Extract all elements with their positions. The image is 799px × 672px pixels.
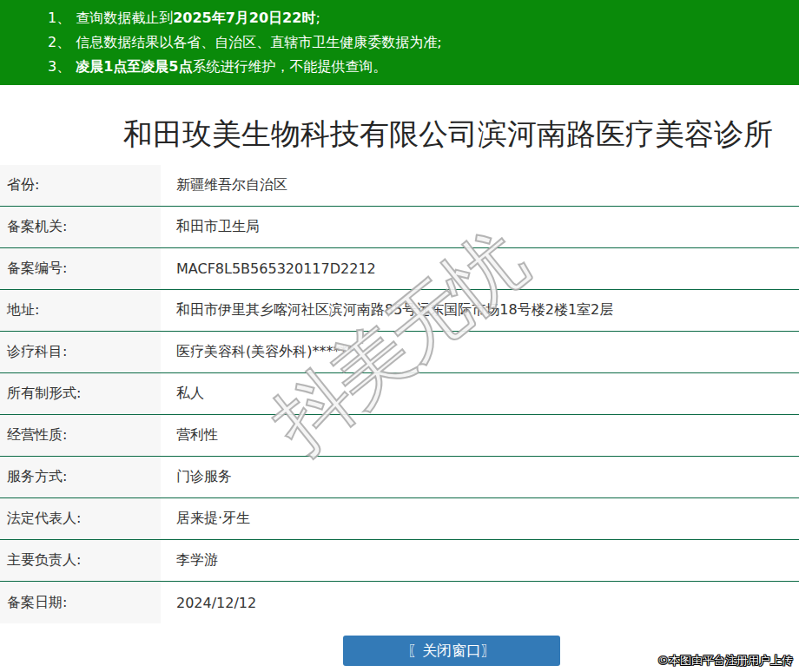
table-row-service-mode: 服务方式: 门诊服务: [0, 457, 799, 498]
table-row-ownership-form: 所有制形式: 私人: [0, 373, 799, 415]
row-label: 备案日期:: [0, 582, 161, 623]
notice-text: ;: [315, 10, 320, 26]
table-row-address: 地址: 和田市伊里其乡喀河社区滨河南路85号远东国际市场18号楼2楼1室2层: [0, 290, 799, 332]
row-label: 经营性质:: [0, 415, 161, 456]
row-label: 法定代表人:: [0, 498, 161, 539]
notice-text: 查询数据截止到: [76, 10, 173, 26]
table-row-operation-nature: 经营性质: 营利性: [0, 415, 799, 457]
table-row-registration-authority: 备案机关: 和田市卫生局: [0, 207, 799, 248]
notice-banner: 1、查询数据截止到2025年7月20日22时; 2、信息数据结果以各省、自治区、…: [0, 0, 799, 85]
notice-number: 2、: [48, 34, 70, 50]
close-window-button[interactable]: 〖关闭窗口〗: [343, 636, 560, 666]
table-row-legal-representative: 法定代表人: 居来提·牙生: [0, 498, 799, 540]
row-value: 和田市伊里其乡喀河社区滨河南路85号远东国际市场18号楼2楼1室2层: [161, 290, 799, 331]
notice-text: 系统进行维护，不能提供查询。: [192, 58, 386, 75]
row-value: 2024/12/12: [161, 582, 799, 623]
row-value: 门诊服务: [161, 457, 799, 497]
row-label: 省份:: [0, 165, 161, 206]
notice-line-3: 3、凌晨1点至凌晨5点系统进行维护，不能提供查询。: [48, 55, 790, 79]
row-value: MACF8L5B565320117D2212: [161, 248, 799, 289]
notice-line-2: 2、信息数据结果以各省、自治区、直辖市卫生健康委数据为准;: [48, 30, 790, 55]
notice-line-1: 1、查询数据截止到2025年7月20日22时;: [48, 6, 790, 30]
row-value: 新疆维吾尔自治区: [161, 165, 799, 206]
row-label: 服务方式:: [0, 457, 161, 497]
table-row-medical-subjects: 诊疗科目: 医疗美容科(美容外科)******: [0, 332, 799, 373]
row-value: 私人: [161, 373, 799, 414]
notice-number: 3、: [48, 58, 70, 75]
table-row-principal: 主要负责人: 李学游: [0, 540, 799, 582]
row-label: 主要负责人:: [0, 540, 161, 581]
page-title: 和田玫美生物科技有限公司滨河南路医疗美容诊所: [0, 115, 799, 153]
notice-number: 1、: [48, 10, 70, 26]
notice-text: 信息数据结果以各省、自治区、直辖市卫生健康委数据为准;: [76, 34, 441, 50]
table-row-registration-date: 备案日期: 2024/12/12: [0, 582, 799, 623]
table-row-registration-number: 备案编号: MACF8L5B565320117D2212: [0, 248, 799, 290]
row-value: 李学游: [161, 540, 799, 581]
institution-info-table: 省份: 新疆维吾尔自治区 备案机关: 和田市卫生局 备案编号: MACF8L5B…: [0, 165, 799, 623]
row-label: 所有制形式:: [0, 373, 161, 414]
row-label: 备案编号:: [0, 248, 161, 289]
row-value: 居来提·牙生: [161, 498, 799, 539]
notice-text-bold: 2025年7月20日22时: [173, 10, 315, 26]
row-value: 和田市卫生局: [161, 207, 799, 247]
row-label: 诊疗科目:: [0, 332, 161, 372]
row-value: 医疗美容科(美容外科)******: [161, 332, 799, 372]
upload-credit-text: ©本图由平台注册用户上传: [657, 653, 793, 669]
table-row-province: 省份: 新疆维吾尔自治区: [0, 165, 799, 207]
row-label: 地址:: [0, 290, 161, 331]
notice-text-bold: 凌晨1点至凌晨5点: [76, 58, 192, 75]
row-value: 营利性: [161, 415, 799, 456]
row-label: 备案机关:: [0, 207, 161, 247]
